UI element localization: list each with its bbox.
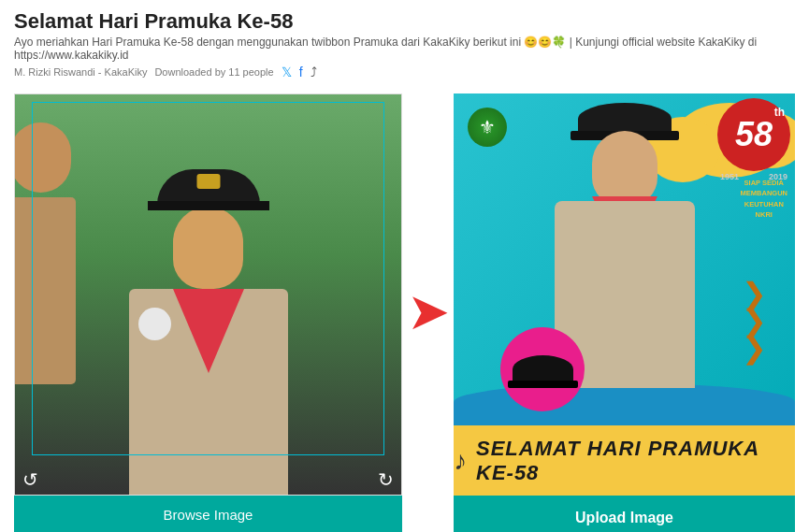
arrow-3: ❯ <box>742 335 767 362</box>
preview-panel: 58 th 1951 2019 SIAP SEDIAMEMBANGUNKEUTU… <box>454 93 795 532</box>
body-shape <box>129 289 288 495</box>
badge-number: 58 <box>735 118 773 151</box>
patches-shape <box>138 308 171 340</box>
banner-text: SELAMAT HARI PRAMUKA KE-58 <box>476 437 795 485</box>
upload-image-button[interactable]: Upload Image <box>456 498 792 532</box>
badge-year-start: 1951 <box>720 172 739 181</box>
facebook-icon[interactable]: f <box>299 65 303 79</box>
share-icon[interactable]: ⤴ <box>311 65 317 79</box>
side-person-figure <box>14 122 85 478</box>
browse-image-button[interactable]: Browse Image <box>14 496 402 532</box>
preview-banner: ♪ SELAMAT HARI PRAMUKA KE-58 <box>454 425 795 496</box>
badge-circle: 58 th <box>717 98 790 171</box>
arrow-column: ➤ <box>402 93 454 529</box>
preview-head <box>592 131 657 206</box>
head-shape <box>173 207 243 289</box>
preview-canvas: 58 th 1951 2019 SIAP SEDIAMEMBANGUNKEUTU… <box>454 93 795 496</box>
image-editor-canvas[interactable]: ↺ ↻ <box>14 93 402 496</box>
image-editor-panel: ↺ ↻ Browse Image <box>14 93 402 532</box>
hat-shape <box>157 169 260 205</box>
scout-emblem-badge: ⚜ <box>468 108 507 147</box>
twitter-icon[interactable]: 𝕏 <box>282 65 292 79</box>
anniversary-badge: 58 th 1951 2019 <box>717 98 790 181</box>
page-subtitle: Ayo meriahkan Hari Pramuka Ke-58 dengan … <box>14 36 795 62</box>
beret-hat-shape <box>513 355 573 383</box>
page-header: Selamat Hari Pramuka Ke-58 Ayo meriahkan… <box>0 0 809 84</box>
side-person-face <box>14 122 71 193</box>
music-note-icon: ♪ <box>454 446 467 476</box>
side-person-body <box>14 197 76 384</box>
upload-button-container: Upload Image <box>454 496 795 532</box>
badge-th: th <box>774 106 785 119</box>
page-meta: M. Rizki Riswandi - KakaKiky Downloaded … <box>14 65 795 79</box>
main-panels: ↺ ↻ Browse Image ➤ 58 th 1951 2019 <box>0 84 809 532</box>
siap-text-block: SIAP SEDIAMEMBANGUNKEUTUHANNKRI <box>741 178 787 220</box>
direction-arrow: ➤ <box>407 286 450 338</box>
rotate-left-handle[interactable]: ↺ <box>22 468 38 491</box>
beret-circle-decoration <box>500 327 585 411</box>
meta-downloads: Downloaded by 11 people <box>154 66 273 78</box>
decorative-arrows: ❯ ❯ ❯ <box>742 280 767 361</box>
necktie-shape <box>173 289 244 373</box>
main-person-figure <box>129 169 288 495</box>
rotate-right-handle[interactable]: ↻ <box>378 468 394 491</box>
meta-author: M. Rizki Riswandi - KakaKiky <box>14 66 147 78</box>
page-title: Selamat Hari Pramuka Ke-58 <box>14 9 795 34</box>
